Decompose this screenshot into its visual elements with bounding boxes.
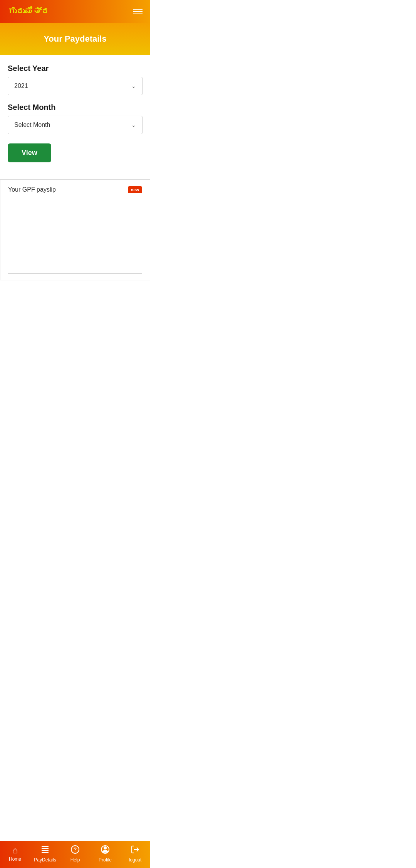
app-logo: ಗುರುಮಿತ್ರ bbox=[8, 7, 50, 17]
year-chevron-down-icon: ⌄ bbox=[131, 83, 136, 89]
year-dropdown[interactable]: 2021 ⌄ bbox=[8, 77, 143, 95]
gpf-section: Your GPF payslip new bbox=[0, 180, 150, 280]
page-title: Your Paydetails bbox=[44, 34, 106, 44]
menu-line-2 bbox=[133, 11, 143, 12]
gpf-title: Your GPF payslip bbox=[8, 186, 56, 193]
gpf-header-row: Your GPF payslip new bbox=[8, 186, 142, 193]
year-dropdown-value: 2021 bbox=[14, 83, 28, 89]
gpf-content-area bbox=[8, 193, 142, 270]
main-content: Select Year 2021 ⌄ Select Month Select M… bbox=[0, 55, 150, 172]
app-header: ಗುರುಮಿತ್ರ bbox=[0, 0, 150, 23]
menu-line-1 bbox=[133, 9, 143, 10]
page-banner: Your Paydetails bbox=[0, 23, 150, 55]
month-dropdown[interactable]: Select Month ⌄ bbox=[8, 116, 143, 134]
hamburger-menu-button[interactable] bbox=[133, 9, 143, 14]
month-section-label: Select Month bbox=[8, 103, 143, 112]
month-chevron-down-icon: ⌄ bbox=[131, 122, 136, 128]
year-section-label: Select Year bbox=[8, 64, 143, 73]
view-button[interactable]: View bbox=[8, 143, 51, 162]
month-dropdown-placeholder: Select Month bbox=[14, 121, 50, 128]
menu-line-3 bbox=[133, 13, 143, 14]
content-spacer bbox=[0, 280, 150, 396]
gpf-bottom-divider bbox=[8, 273, 142, 274]
new-badge: new bbox=[128, 186, 142, 193]
